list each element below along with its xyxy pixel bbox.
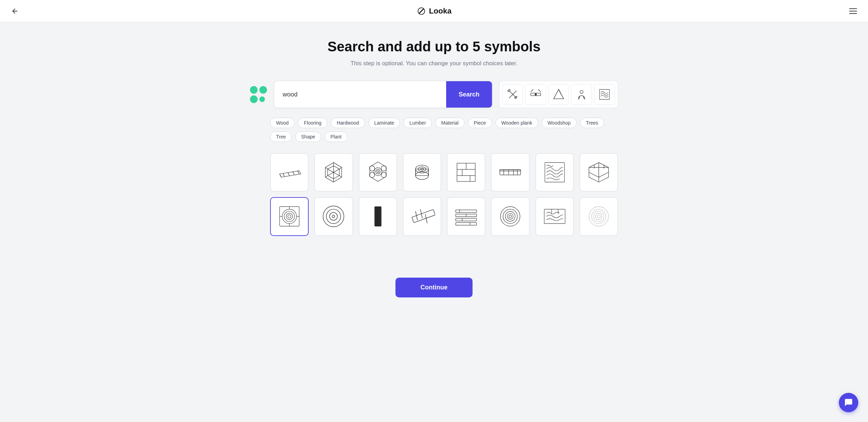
selected-icon-2[interactable] <box>525 84 546 105</box>
svg-marker-30 <box>370 162 386 182</box>
page-title: Search and add up to 5 symbols <box>250 39 618 54</box>
svg-point-5 <box>535 94 537 95</box>
svg-point-59 <box>282 209 297 223</box>
svg-line-15 <box>283 173 285 176</box>
svg-point-32 <box>376 169 380 174</box>
icon-card-wood-grain-sq[interactable] <box>535 153 574 192</box>
selected-icon-3[interactable] <box>548 84 569 105</box>
icon-card-logs-hex[interactable] <box>359 153 397 192</box>
icon-card-plank-diagonal[interactable] <box>403 197 441 236</box>
svg-point-61 <box>286 213 293 220</box>
svg-rect-57 <box>545 162 564 182</box>
svg-rect-83 <box>456 223 477 226</box>
svg-point-34 <box>369 166 375 171</box>
svg-rect-76 <box>412 210 435 223</box>
svg-line-23 <box>340 176 342 177</box>
dot-3 <box>250 95 258 103</box>
tag-tree[interactable]: Tree <box>270 132 292 142</box>
icon-card-logs-stacked[interactable] <box>403 153 441 192</box>
icon-card-plank-flat[interactable] <box>270 153 309 192</box>
dot-2 <box>259 86 267 94</box>
svg-point-90 <box>506 212 515 221</box>
continue-button[interactable]: Continue <box>395 278 473 297</box>
logo-dots <box>250 81 267 108</box>
logo: Looka <box>417 6 452 16</box>
header: Looka <box>0 0 868 22</box>
svg-point-37 <box>369 172 375 178</box>
icon-card-wood-cube[interactable] <box>579 153 618 192</box>
tag-laminate[interactable]: Laminate <box>368 118 400 128</box>
page-subtitle: This step is optional. You can change yo… <box>250 60 618 67</box>
chat-bubble[interactable] <box>839 393 858 412</box>
svg-line-16 <box>288 172 290 176</box>
search-area: Search <box>250 81 618 108</box>
svg-point-62 <box>288 215 291 218</box>
svg-rect-82 <box>456 219 477 221</box>
svg-rect-80 <box>456 210 477 213</box>
logo-icon <box>417 6 426 16</box>
tag-material[interactable]: Material <box>435 118 465 128</box>
tag-shape[interactable]: Shape <box>295 132 321 142</box>
svg-rect-93 <box>544 209 565 223</box>
tag-hardwood[interactable]: Hardwood <box>331 118 365 128</box>
search-button[interactable]: Search <box>446 81 492 108</box>
icon-card-lumber-piece[interactable] <box>491 153 529 192</box>
svg-point-94 <box>589 207 608 226</box>
icon-card-bullseye[interactable] <box>314 197 353 236</box>
svg-line-9 <box>559 90 561 94</box>
chat-icon <box>844 398 853 407</box>
svg-line-25 <box>325 176 328 177</box>
tag-flooring[interactable]: Flooring <box>298 118 327 128</box>
svg-rect-58 <box>279 207 299 226</box>
svg-point-31 <box>374 168 382 176</box>
selected-icon-1[interactable] <box>502 84 523 105</box>
icons-section <box>250 153 618 236</box>
footer: Continue <box>0 271 868 304</box>
svg-line-26 <box>325 168 328 169</box>
svg-line-6 <box>531 90 533 92</box>
svg-line-22 <box>340 168 342 169</box>
tag-trees[interactable]: Trees <box>580 118 604 128</box>
tag-lumber[interactable]: Lumber <box>403 118 432 128</box>
svg-point-91 <box>507 213 513 219</box>
svg-line-18 <box>298 171 299 174</box>
icon-card-planks-grid[interactable] <box>447 153 485 192</box>
menu-button[interactable] <box>849 8 857 14</box>
main-content: Search and add up to 5 symbols This step… <box>243 22 625 271</box>
tag-wooden-plank[interactable]: Wooden plank <box>495 118 538 128</box>
icon-card-planks-layers[interactable] <box>447 197 485 236</box>
svg-line-14 <box>279 174 281 177</box>
svg-point-92 <box>509 215 512 218</box>
tag-plant[interactable]: Plant <box>325 132 348 142</box>
search-input[interactable] <box>274 81 446 108</box>
icon-card-wood-grain-rect[interactable] <box>535 197 574 236</box>
svg-point-98 <box>597 215 600 218</box>
tag-wood[interactable]: Wood <box>270 118 294 128</box>
tag-woodshop[interactable]: Woodshop <box>542 118 577 128</box>
svg-marker-8 <box>554 90 564 99</box>
svg-point-97 <box>595 213 602 220</box>
svg-point-68 <box>326 209 341 223</box>
back-button[interactable] <box>11 7 19 15</box>
svg-point-10 <box>580 90 583 93</box>
dot-1 <box>250 86 258 94</box>
selected-icon-5[interactable] <box>594 84 615 105</box>
icon-card-hex-wood[interactable] <box>314 153 353 192</box>
icons-grid <box>270 153 618 236</box>
svg-point-88 <box>501 207 520 226</box>
icon-card-circle-grain[interactable] <box>579 197 618 236</box>
dot-4 <box>259 96 265 102</box>
search-box: Search <box>274 81 492 108</box>
selected-icons-panel <box>499 81 618 108</box>
svg-point-70 <box>332 215 335 218</box>
selected-icon-4[interactable] <box>571 84 592 105</box>
svg-point-33 <box>377 171 379 173</box>
svg-point-69 <box>330 213 338 221</box>
icon-card-wood-cross[interactable] <box>270 197 309 236</box>
icon-card-wood-plank-dark[interactable] <box>359 197 397 236</box>
tags-row: WoodFlooringHardwoodLaminateLumberMateri… <box>250 118 618 142</box>
icon-card-tree-ring[interactable] <box>491 197 529 236</box>
tag-piece[interactable]: Piece <box>468 118 492 128</box>
svg-point-60 <box>284 211 295 222</box>
svg-line-7 <box>538 90 541 92</box>
